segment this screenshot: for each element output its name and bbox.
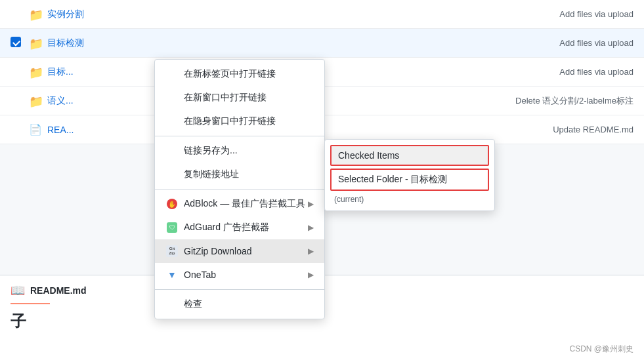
file-action: Add files via upload <box>559 38 633 48</box>
submenu-arrow: ▶ <box>308 223 314 232</box>
menu-item-copy-link[interactable]: 复制链接地址 <box>155 163 324 186</box>
menu-item-open-incognito[interactable]: 在隐身窗口中打开链接 <box>155 110 324 133</box>
menu-item-icon-empty <box>165 168 179 181</box>
file-row[interactable]: 📁 实例分割 Add files via upload <box>0 0 644 29</box>
menu-item-label: AdBlock — 最佳广告拦截工具 <box>184 198 308 210</box>
readme-divider <box>11 303 50 304</box>
folder-icon: 📁 <box>29 94 42 108</box>
gitzip-submenu: Checked Items Selected Folder - 目标检测 (cu… <box>324 139 495 211</box>
submenu-item-checked-items[interactable]: Checked Items <box>330 145 489 166</box>
gitzip-icon: GitZip <box>165 245 179 258</box>
folder-icon: 📁 <box>29 66 42 79</box>
checkbox-checked-cell <box>11 37 24 49</box>
menu-item-label: 在新窗口中打开链接 <box>184 92 314 104</box>
menu-item-icon-empty <box>165 144 179 157</box>
file-name: 目标检测 <box>47 37 559 49</box>
menu-separator <box>155 136 324 136</box>
file-action: Update README.md <box>553 125 633 134</box>
file-name: REA... <box>47 125 126 135</box>
watermark: CSDN @豫州刺史 <box>569 344 633 355</box>
context-menu: 在新标签页中打开链接 在新窗口中打开链接 在隐身窗口中打开链接 链接另存为...… <box>154 59 325 319</box>
readme-title: README.md <box>30 285 87 296</box>
checkbox-checked-icon <box>11 37 21 47</box>
menu-item-label: 检查 <box>184 298 314 310</box>
menu-item-inspect[interactable]: 检查 <box>155 292 324 316</box>
menu-item-icon-empty <box>165 115 179 128</box>
file-name: 实例分割 <box>47 9 559 20</box>
menu-item-onetab[interactable]: ▼ OneTab ▶ <box>155 263 324 287</box>
doc-icon: 📄 <box>29 123 42 136</box>
menu-item-label: 复制链接地址 <box>184 169 314 180</box>
submenu-arrow: ▶ <box>308 270 314 279</box>
menu-item-icon-empty <box>165 298 179 311</box>
submenu-item-label: Selected Folder - 目标检测 <box>338 174 448 186</box>
file-action: Add files via upload <box>559 67 633 77</box>
adguard-icon: 🛡 <box>165 221 179 234</box>
submenu-note: (current) <box>325 193 494 208</box>
submenu-arrow: ▶ <box>308 199 314 209</box>
menu-item-icon-empty <box>165 68 179 81</box>
menu-item-label: 链接另存为... <box>184 145 314 157</box>
menu-item-open-new-window[interactable]: 在新窗口中打开链接 <box>155 86 324 110</box>
adblock-icon: ✋ <box>165 197 179 210</box>
menu-item-gitzip[interactable]: GitZip GitZip Download ▶ <box>155 239 324 263</box>
menu-item-adguard[interactable]: 🛡 AdGuard 广告拦截器 ▶ <box>155 216 324 239</box>
menu-separator <box>155 189 324 190</box>
menu-item-label: GitZip Download <box>184 246 308 256</box>
file-name: 语义... <box>47 95 126 107</box>
file-action: Delete 语义分割/2-labelme标注 <box>515 95 633 107</box>
menu-item-label: 在隐身窗口中打开链接 <box>184 115 314 127</box>
file-action: Add files via upload <box>559 9 633 19</box>
folder-icon: 📁 <box>29 37 42 50</box>
menu-item-label: 在新标签页中打开链接 <box>184 68 314 80</box>
menu-separator <box>155 289 324 290</box>
submenu-item-selected-folder[interactable]: Selected Folder - 目标检测 <box>330 169 489 191</box>
onetab-icon: ▼ <box>165 268 179 281</box>
file-row-checked[interactable]: 📁 目标检测 Add files via upload <box>0 29 644 58</box>
menu-item-open-new-tab[interactable]: 在新标签页中打开链接 <box>155 62 324 86</box>
submenu-item-label: Checked Items <box>338 150 399 161</box>
book-icon: 📖 <box>11 283 25 298</box>
submenu-arrow: ▶ <box>308 247 314 256</box>
menu-item-save-link[interactable]: 链接另存为... <box>155 139 324 163</box>
menu-item-label: OneTab <box>184 270 308 280</box>
menu-item-adblock[interactable]: ✋ AdBlock — 最佳广告拦截工具 ▶ <box>155 192 324 216</box>
folder-icon: 📁 <box>29 8 42 21</box>
menu-item-label: AdGuard 广告拦截器 <box>184 222 308 233</box>
file-name: 目标... <box>47 66 126 78</box>
menu-item-icon-empty <box>165 91 179 104</box>
